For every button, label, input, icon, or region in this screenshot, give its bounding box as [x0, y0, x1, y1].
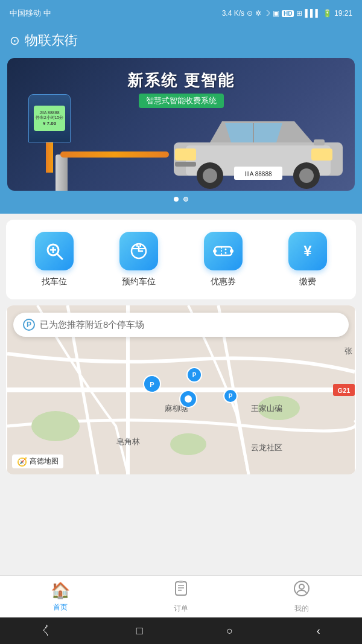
- svg-rect-57: [179, 581, 183, 583]
- battery-icon: 🔋: [323, 9, 332, 18]
- dot-2: [183, 197, 188, 202]
- svg-line-14: [57, 254, 62, 259]
- svg-rect-23: [215, 247, 232, 255]
- payment-icon: ¥: [288, 232, 327, 270]
- svg-text:P: P: [150, 381, 154, 388]
- svg-rect-12: [314, 139, 325, 145]
- svg-point-25: [230, 249, 233, 253]
- map-search-text: 已为您推荐附近8个停车场: [40, 319, 144, 331]
- nav-home-label: 首页: [53, 602, 68, 613]
- amap-logo: 🧭 高德地图: [12, 454, 63, 468]
- nav-orders[interactable]: 订单: [121, 580, 241, 614]
- hd-badge: HD: [282, 10, 294, 17]
- barrier-base: [56, 155, 68, 191]
- svg-text:P: P: [229, 393, 233, 400]
- nav-profile[interactable]: 我的: [241, 580, 362, 614]
- svg-point-37: [170, 433, 206, 455]
- banner-dots: [0, 197, 362, 202]
- svg-text:张: 张: [345, 346, 352, 355]
- speed-text: 3.4 K/s: [222, 9, 244, 18]
- action-find-parking[interactable]: 找车位: [35, 232, 74, 287]
- location-pin-icon: ⊙: [10, 33, 20, 48]
- orders-icon: [173, 580, 189, 601]
- svg-rect-21: [140, 244, 142, 247]
- payment-label: 缴费: [299, 276, 316, 287]
- svg-text:皂角林: 皂角林: [116, 437, 140, 446]
- time-text: 19:21: [334, 9, 352, 18]
- meter-plate: JIIA 88888: [39, 110, 59, 115]
- svg-point-6: [203, 168, 217, 183]
- svg-text:P: P: [192, 372, 197, 378]
- reserve-parking-icon: [119, 232, 158, 270]
- map-section[interactable]: G21 麻柳塘 王家山碥 皂角林 云龙社区 张 P P P P 已为您推荐附近8…: [6, 305, 356, 474]
- moon-icon: ☽: [264, 9, 270, 18]
- status-right: 3.4 K/s ⊙ ✲ ☽ ▣ HD ⊞ ▌▌▌ 🔋 19:21: [222, 9, 352, 18]
- back-button[interactable]: 〱: [42, 625, 52, 637]
- meter-head: JIIA 88888 停车2小时15分 ¥ 7.00: [28, 94, 71, 142]
- svg-rect-53: [176, 582, 186, 595]
- status-bar: 中国移动 中 3.4 K/s ⊙ ✲ ☽ ▣ HD ⊞ ▌▌▌ 🔋 19:21: [0, 0, 362, 27]
- wifi-icon: ⊞: [296, 9, 302, 18]
- header: ⊙ 物联东街: [0, 27, 362, 58]
- svg-text:G21: G21: [338, 387, 351, 394]
- carrier-text: 中国移动: [10, 8, 41, 19]
- meter-screen: JIIA 88888 停车2小时15分 ¥ 7.00: [34, 106, 65, 131]
- svg-point-27: [225, 249, 227, 250]
- meter-pole: [46, 142, 53, 173]
- bluetooth-icon: ✲: [255, 9, 261, 18]
- quick-actions: 找车位 预约车位 优惠券: [6, 220, 356, 299]
- signal-icon: 中: [43, 8, 51, 19]
- svg-text:¥: ¥: [303, 243, 312, 259]
- reserve-parking-label: 预约车位: [122, 276, 156, 287]
- svg-text:IIIA 88888: IIIA 88888: [244, 171, 272, 177]
- parking-search-icon: P: [23, 319, 35, 331]
- svg-rect-4: [311, 148, 332, 161]
- parking-meter: JIIA 88888 停车2小时15分 ¥ 7.00: [19, 94, 80, 191]
- map-search-bar[interactable]: P 已为您推荐附近8个停车场: [13, 313, 349, 337]
- screen-icon: ▣: [273, 9, 279, 18]
- banner-card: 新系统 更智能 智慧式智能收费系统 JIIA 88888 停车2小时15分 ¥ …: [7, 58, 355, 191]
- svg-point-24: [213, 249, 217, 253]
- svg-point-35: [31, 411, 80, 441]
- banner-car: IIIA 88888: [162, 94, 355, 191]
- find-parking-label: 找车位: [42, 276, 67, 287]
- system-bar: 〱 □ ○ ‹: [0, 617, 362, 644]
- profile-icon: [293, 580, 310, 601]
- svg-rect-11: [175, 162, 196, 167]
- gps-icon: ⊙: [247, 9, 253, 18]
- dot-1: [174, 197, 179, 202]
- banner-title: 新系统 更智能: [7, 70, 355, 91]
- svg-point-28: [225, 252, 227, 254]
- amap-text: 高德地图: [30, 456, 59, 467]
- svg-text:王家山碥: 王家山碥: [251, 404, 282, 413]
- amap-icon: 🧭: [17, 457, 27, 467]
- square-button[interactable]: □: [136, 625, 143, 637]
- svg-point-8: [299, 168, 314, 183]
- svg-rect-3: [175, 148, 196, 161]
- coupon-label: 优惠券: [211, 276, 236, 287]
- svg-text:云龙社区: 云龙社区: [251, 443, 282, 452]
- coupon-icon: [204, 232, 243, 270]
- back2-button[interactable]: ‹: [317, 625, 320, 637]
- nav-home[interactable]: 🏠 首页: [0, 581, 121, 613]
- home-button[interactable]: ○: [226, 625, 233, 637]
- home-icon: 🏠: [51, 581, 70, 600]
- svg-point-59: [299, 584, 304, 589]
- bottom-nav: 🏠 首页 订单 我的: [0, 575, 362, 617]
- action-reserve-parking[interactable]: 预约车位: [119, 232, 158, 287]
- svg-point-46: [185, 395, 192, 403]
- action-payment[interactable]: ¥ 缴费: [288, 232, 327, 287]
- nav-orders-label: 订单: [174, 604, 188, 614]
- barrier-arm: [60, 151, 169, 158]
- location-title: 物联东街: [25, 31, 78, 49]
- nav-profile-label: 我的: [294, 604, 309, 614]
- banner-section: 新系统 更智能 智慧式智能收费系统 JIIA 88888 停车2小时15分 ¥ …: [0, 58, 362, 214]
- status-left: 中国移动 中: [10, 8, 51, 19]
- find-parking-icon: [35, 232, 74, 270]
- svg-rect-20: [136, 244, 138, 247]
- action-coupon[interactable]: 优惠券: [204, 232, 243, 287]
- signal-bars: ▌▌▌: [305, 9, 320, 18]
